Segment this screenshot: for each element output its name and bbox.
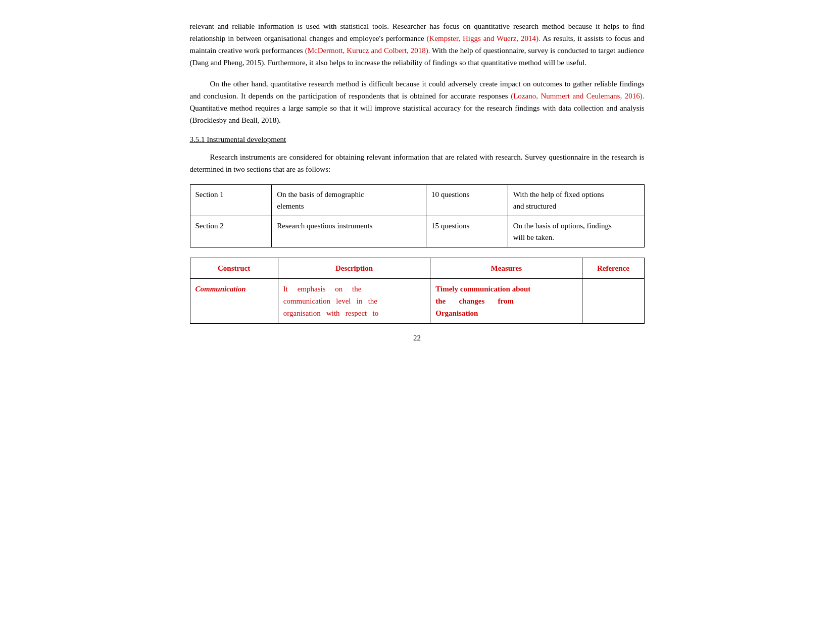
sections-table: Section 1 On the basis of demographicele… (190, 184, 645, 247)
header-measures: Measures (430, 258, 582, 279)
p2-cite3: (Lozano, Nummert and Ceulemans, 2016). (511, 92, 644, 100)
section2-notes: On the basis of options, findingswill be… (508, 216, 644, 247)
table-row: Section 2 Research questions instruments… (190, 216, 644, 247)
construct-name: Communication (190, 279, 278, 324)
header-reference: Reference (582, 258, 644, 279)
section2-questions: 15 questions (426, 216, 508, 247)
paragraph-1: relevant and reliable information is use… (190, 20, 645, 69)
section2-label: Section 2 (190, 216, 272, 247)
header-description: Description (278, 258, 430, 279)
construct-row-communication: Communication It emphasis on the communi… (190, 279, 644, 324)
section1-questions: 10 questions (426, 185, 508, 216)
header-construct: Construct (190, 258, 278, 279)
page-number: 22 (190, 334, 645, 342)
construct-communication-label: Communication (195, 285, 246, 293)
measures-line1: Timely communication about (435, 285, 530, 293)
table-header-row: Construct Description Measures Reference (190, 258, 644, 279)
construct-table: Construct Description Measures Reference… (190, 258, 645, 324)
section1-notes: With the help of fixed optionsand struct… (508, 185, 644, 216)
section1-description: On the basis of demographicelements (272, 185, 426, 216)
construct-description: It emphasis on the communication level i… (278, 279, 430, 324)
paragraph-3: Research instruments are considered for … (190, 151, 645, 175)
section1-label: Section 1 (190, 185, 272, 216)
p1-cite1: (Kempster, Higgs and Wuerz, 2014). (427, 34, 541, 42)
paragraph-2: On the other hand, quantitative research… (190, 78, 645, 126)
page: relevant and reliable information is use… (190, 20, 645, 342)
section-heading: 3.5.1 Instrumental development (190, 135, 645, 144)
p3-text: Research instruments are considered for … (190, 153, 645, 173)
p2-text-after: Quantitative method requires a large sam… (190, 104, 645, 124)
p1-cite2: (McDermott, Kurucz and Colbert, 2018). (305, 46, 430, 55)
measures-line3: Organisation (435, 309, 478, 317)
construct-reference (582, 279, 644, 324)
section2-description: Research questions instruments (272, 216, 426, 247)
measures-line2: the changes from (435, 297, 514, 305)
table-row: Section 1 On the basis of demographicele… (190, 185, 644, 216)
construct-measures: Timely communication about the changes f… (430, 279, 582, 324)
